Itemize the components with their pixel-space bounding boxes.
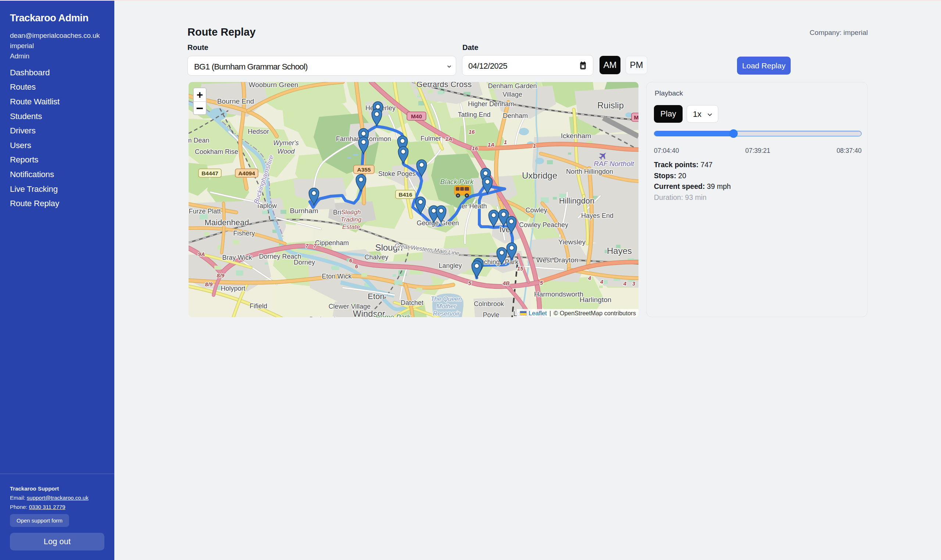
- svg-text:3: 3: [632, 280, 636, 287]
- svg-text:RAF Northolt: RAF Northolt: [594, 160, 634, 168]
- svg-text:M: M: [634, 114, 639, 120]
- svg-text:A4094: A4094: [238, 170, 255, 176]
- svg-text:16: 16: [469, 129, 475, 135]
- svg-text:B416: B416: [399, 191, 412, 198]
- svg-text:Wymer's: Wymer's: [273, 139, 299, 147]
- svg-text:Eton: Eton: [368, 292, 384, 301]
- svg-text:Holyport: Holyport: [220, 285, 245, 292]
- svg-text:15: 15: [517, 265, 524, 272]
- svg-text:Gerrards Cross: Gerrards Cross: [416, 82, 471, 89]
- svg-text:Colnbrook: Colnbrook: [474, 300, 504, 308]
- svg-text:B4447: B4447: [202, 170, 218, 176]
- svg-text:16: 16: [472, 145, 478, 151]
- svg-text:Cookham Rise: Cookham Rise: [195, 148, 238, 155]
- svg-text:9A: 9A: [198, 251, 205, 257]
- svg-text:Datchet: Datchet: [400, 299, 424, 306]
- svg-text:Bourne End: Bourne End: [217, 97, 254, 105]
- svg-text:Cowley Peachey: Cowley Peachey: [519, 221, 568, 229]
- svg-text:Fifield: Fifield: [249, 302, 267, 310]
- svg-text:Ickenham: Ickenham: [561, 132, 591, 140]
- svg-text:Denham: Denham: [503, 112, 528, 119]
- svg-text:Hillingdon: Hillingdon: [559, 196, 595, 205]
- svg-text:Home Park: Home Park: [375, 313, 411, 317]
- svg-text:8/9: 8/9: [217, 272, 225, 278]
- svg-text:Fishery: Fishery: [233, 230, 255, 237]
- svg-text:am Dean: am Dean: [189, 137, 209, 144]
- svg-text:4: 4: [600, 278, 604, 285]
- svg-text:A355: A355: [357, 166, 371, 173]
- svg-text:Slough: Slough: [342, 209, 361, 216]
- svg-text:Chalvey: Chalvey: [364, 254, 388, 261]
- svg-text:Hayes End: Hayes End: [581, 212, 613, 219]
- svg-text:Wooburn Green: Wooburn Green: [249, 82, 299, 89]
- svg-text:er Heath: er Heath: [461, 203, 487, 210]
- svg-text:4: 4: [623, 280, 627, 287]
- svg-text:Denham Garden: Denham Garden: [488, 82, 537, 90]
- svg-text:The Queen: The Queen: [430, 295, 462, 302]
- svg-text:1A: 1A: [487, 142, 494, 148]
- svg-text:Hayes: Hayes: [607, 246, 632, 256]
- svg-text:Harlington: Harlington: [580, 296, 611, 303]
- svg-text:6: 6: [349, 257, 353, 263]
- svg-text:Hedsor: Hedsor: [248, 128, 269, 135]
- svg-text:Poyle: Poyle: [483, 311, 499, 317]
- svg-text:North Hillingdon: North Hillingdon: [566, 168, 613, 175]
- svg-text:6: 6: [355, 263, 358, 269]
- svg-text:8/9: 8/9: [205, 281, 213, 287]
- svg-text:Eton Wick: Eton Wick: [322, 273, 352, 280]
- svg-text:Village: Village: [502, 91, 522, 98]
- svg-text:Stoke Poges: Stoke Poges: [378, 170, 416, 177]
- svg-text:George Green: George Green: [416, 219, 459, 227]
- svg-text:1: 1: [533, 143, 536, 149]
- svg-text:Harmondsworth: Harmondsworth: [534, 290, 583, 298]
- svg-text:Furze Platt: Furze Platt: [189, 208, 220, 215]
- svg-text:Fulmer: Fulmer: [420, 135, 441, 142]
- svg-text:M40: M40: [411, 113, 422, 119]
- svg-text:Dorney: Dorney: [294, 259, 315, 266]
- svg-text:Higher Denham: Higher Denham: [468, 100, 514, 108]
- svg-text:5: 5: [468, 280, 471, 286]
- svg-text:1A: 1A: [445, 135, 452, 142]
- svg-text:Tatling End: Tatling End: [457, 111, 490, 118]
- svg-text:West Drayton: West Drayton: [536, 256, 579, 264]
- svg-text:Estate: Estate: [342, 223, 360, 231]
- svg-text:Cippenham: Cippenham: [315, 239, 349, 246]
- svg-text:Wood: Wood: [277, 148, 295, 155]
- svg-text:Ruislip: Ruislip: [597, 100, 624, 110]
- svg-text:Langley: Langley: [439, 262, 462, 269]
- svg-text:5: 5: [540, 280, 543, 286]
- svg-text:Dodworth: Dodworth: [309, 315, 337, 317]
- svg-text:7: 7: [305, 243, 309, 249]
- svg-text:Richings Park: Richings Park: [477, 258, 519, 266]
- svg-text:Reservoir: Reservoir: [433, 310, 460, 317]
- svg-text:Trading: Trading: [341, 216, 362, 223]
- svg-text:7: 7: [314, 243, 317, 249]
- svg-text:Uxbridge: Uxbridge: [522, 171, 557, 180]
- svg-text:Maidenhead: Maidenhead: [204, 218, 249, 227]
- svg-text:4B: 4B: [502, 280, 510, 286]
- svg-text:Cowley: Cowley: [525, 206, 547, 214]
- svg-text:4: 4: [588, 275, 591, 281]
- svg-text:Bray Wick: Bray Wick: [222, 254, 253, 261]
- svg-text:Yiewsley: Yiewsley: [558, 238, 586, 246]
- svg-text:1: 1: [504, 139, 507, 145]
- svg-text:Burnham: Burnham: [290, 207, 318, 215]
- svg-text:Mother: Mother: [437, 303, 456, 310]
- svg-text:Black Park: Black Park: [440, 178, 474, 186]
